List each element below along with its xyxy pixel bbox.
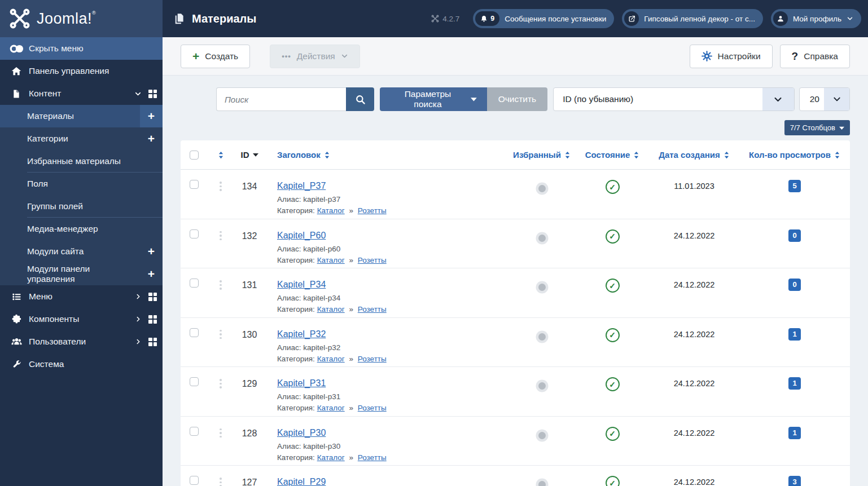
bell-icon [480, 15, 488, 23]
messages-count-badge: 9 [490, 15, 494, 23]
featured-toggle-icon[interactable] [538, 284, 546, 291]
featured-toggle-icon[interactable] [538, 185, 546, 192]
featured-toggle-icon[interactable] [538, 333, 546, 341]
category-link[interactable]: Каталог [317, 355, 345, 363]
sidebar-item-menus[interactable]: Меню [0, 285, 163, 308]
hits-sort-header[interactable]: Кол-во просмотров [739, 150, 850, 160]
add-site-module-button[interactable]: + [140, 240, 163, 263]
options-button[interactable]: Настройки [690, 45, 773, 68]
featured-toggle-icon[interactable] [538, 382, 546, 390]
checkbox-cell [181, 318, 208, 367]
drag-handle[interactable] [208, 367, 234, 416]
subcategory-link[interactable]: Розетты [358, 206, 387, 215]
profile-menu-button[interactable]: Мой профиль [771, 9, 861, 28]
post-install-messages-button[interactable]: 9 Сообщения после установки [473, 9, 614, 28]
sidebar-item-articles[interactable]: Материалы + [0, 105, 163, 127]
drag-handle[interactable] [208, 417, 234, 466]
sidebar-item-site-modules[interactable]: Модули сайта + [0, 240, 163, 263]
article-title-link[interactable]: Kapitel_P30 [277, 428, 326, 438]
subcategory-link[interactable]: Розетты [358, 256, 387, 264]
row-checkbox[interactable] [190, 328, 199, 337]
create-button[interactable]: + Создать [181, 45, 250, 68]
sort-select[interactable]: ID (по убыванию) [553, 87, 795, 111]
published-status-icon[interactable]: ✓ [606, 180, 620, 194]
sidebar-item-field-groups[interactable]: Группы полей [0, 195, 163, 218]
sidebar-item-featured[interactable]: Избранные материалы [0, 150, 163, 173]
sidebar-item-admin-modules[interactable]: Модули панели управления + [0, 263, 163, 285]
featured-sort-header[interactable]: Избранный [508, 150, 576, 160]
components-dashboard-link[interactable] [148, 315, 157, 324]
subcategory-link[interactable]: Розетты [358, 355, 387, 363]
article-title-link[interactable]: Kapitel_P32 [277, 329, 326, 339]
article-title-link[interactable]: Kapitel_P60 [277, 231, 326, 240]
row-checkbox[interactable] [190, 427, 199, 436]
sidebar-item-media[interactable]: Медиа-менеджер [0, 218, 163, 240]
site-preview-button[interactable]: Гипсовый лепной декор - от с... [622, 9, 763, 28]
joomla-logo[interactable]: Joomla!® [0, 0, 163, 37]
featured-toggle-icon[interactable] [538, 481, 546, 486]
columns-toggle-button[interactable]: 7/7 Столбцов [784, 120, 850, 135]
drag-handle[interactable] [208, 466, 234, 486]
article-title-link[interactable]: Kapitel_P34 [277, 280, 326, 289]
content-dashboard-link[interactable] [148, 90, 157, 98]
subcategory-link[interactable]: Розетты [358, 404, 387, 412]
ordering-sort-header[interactable] [208, 151, 234, 159]
row-checkbox[interactable] [190, 476, 199, 485]
drag-handle[interactable] [208, 219, 234, 268]
row-checkbox[interactable] [190, 229, 199, 238]
article-title-link[interactable]: Kapitel_P29 [277, 477, 326, 486]
title-sort-header[interactable]: Заголовок [265, 150, 508, 160]
select-all-checkbox[interactable] [190, 151, 199, 160]
featured-toggle-icon[interactable] [538, 432, 546, 439]
search-tools-button[interactable]: Параметры поиска [380, 87, 487, 111]
published-status-icon[interactable]: ✓ [606, 279, 620, 293]
sidebar-item-fields[interactable]: Поля [0, 173, 163, 195]
featured-toggle-icon[interactable] [538, 235, 546, 242]
status-sort-header[interactable]: Состояние [576, 150, 649, 160]
category-link[interactable]: Каталог [317, 256, 345, 264]
published-status-icon[interactable]: ✓ [606, 328, 620, 342]
drag-handle[interactable] [208, 268, 234, 317]
sidebar-item-components[interactable]: Компоненты [0, 308, 163, 330]
menus-dashboard-link[interactable] [148, 293, 157, 301]
drag-handle[interactable] [208, 318, 234, 367]
sidebar-item-dashboard[interactable]: Панель управления [0, 60, 163, 82]
row-checkbox[interactable] [190, 279, 199, 288]
sidebar-toggle[interactable]: Скрыть меню [0, 37, 163, 60]
hits-badge: 3 [788, 476, 800, 486]
user-icon [773, 11, 788, 26]
question-icon: ? [792, 50, 799, 63]
created-sort-header[interactable]: Дата создания [649, 150, 739, 160]
published-status-icon[interactable]: ✓ [606, 427, 620, 441]
drag-handle[interactable] [208, 170, 234, 219]
published-status-icon[interactable]: ✓ [606, 377, 620, 391]
users-dashboard-link[interactable] [148, 338, 157, 346]
subcategory-link[interactable]: Розетты [358, 305, 387, 313]
add-article-button[interactable]: + [140, 105, 163, 127]
subcategory-link[interactable]: Розетты [358, 453, 387, 462]
published-status-icon[interactable]: ✓ [606, 229, 620, 244]
sidebar-item-categories[interactable]: Категории + [0, 127, 163, 150]
actions-button[interactable]: ••• Действия [270, 45, 360, 68]
hits-cell: 1 [739, 367, 850, 416]
row-checkbox[interactable] [190, 377, 199, 386]
sidebar-item-content[interactable]: Контент [0, 82, 163, 105]
category-link[interactable]: Каталог [317, 404, 345, 412]
add-admin-module-button[interactable]: + [140, 263, 163, 285]
published-status-icon[interactable]: ✓ [606, 476, 620, 486]
id-sort-header[interactable]: ID [234, 150, 265, 160]
category-link[interactable]: Каталог [317, 453, 345, 462]
help-button[interactable]: ? Справка [780, 45, 850, 68]
search-button[interactable] [346, 87, 374, 111]
category-link[interactable]: Каталог [317, 305, 345, 313]
category-link[interactable]: Каталог [317, 206, 345, 215]
sidebar-item-users[interactable]: Пользователи [0, 330, 163, 353]
search-input[interactable] [216, 87, 346, 111]
sidebar-item-system[interactable]: Система [0, 353, 163, 375]
row-checkbox[interactable] [190, 180, 199, 189]
add-category-button[interactable]: + [140, 127, 163, 150]
clear-button[interactable]: Очистить [487, 87, 547, 111]
article-title-link[interactable]: Kapitel_P37 [277, 181, 326, 191]
article-title-link[interactable]: Kapitel_P31 [277, 378, 326, 388]
limit-select[interactable]: 20 [799, 87, 850, 111]
